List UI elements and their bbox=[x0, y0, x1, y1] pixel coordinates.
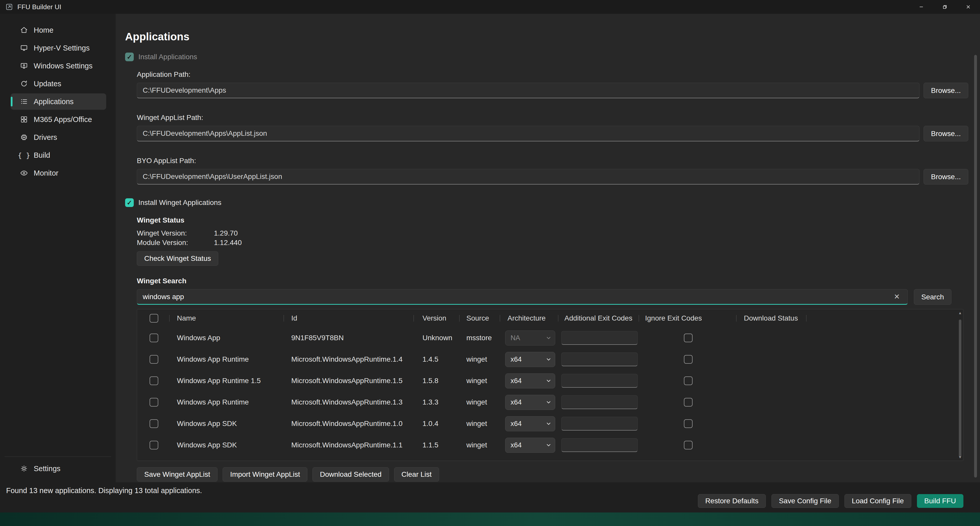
row-select-checkbox[interactable] bbox=[150, 355, 158, 364]
app-name: Windows App Runtime bbox=[170, 349, 284, 370]
winget-applist-path-value: C:\FFUDevelopment\Apps\AppList.json bbox=[143, 129, 267, 138]
architecture-select[interactable]: x64 bbox=[505, 373, 555, 388]
sidebar-item-applications[interactable]: Applications bbox=[11, 94, 106, 110]
architecture-select[interactable]: x64 bbox=[505, 438, 555, 453]
winget-search-row: windows app ✕ Search bbox=[137, 289, 980, 305]
home-icon bbox=[20, 26, 28, 34]
row-select-checkbox[interactable] bbox=[150, 398, 158, 407]
sidebar-item-monitor[interactable]: Monitor bbox=[11, 165, 106, 181]
save-winget-applist-button[interactable]: Save Winget AppList bbox=[137, 467, 218, 482]
row-select-checkbox[interactable] bbox=[150, 441, 158, 450]
sidebar-item-label: Monitor bbox=[34, 169, 59, 177]
winget-version-value: 1.29.70 bbox=[214, 229, 238, 238]
install-winget-applications-checkbox[interactable] bbox=[125, 198, 134, 207]
additional-exit-codes-input[interactable] bbox=[562, 395, 638, 409]
app-id: Microsoft.WindowsAppRuntime.1.3 bbox=[284, 391, 414, 413]
application-path-browse-button[interactable]: Browse... bbox=[924, 83, 968, 98]
restore-defaults-button[interactable]: Restore Defaults bbox=[698, 494, 766, 508]
scroll-up-arrow[interactable]: ▲ bbox=[958, 311, 962, 315]
sidebar-item-windows-settings[interactable]: Windows Settings bbox=[11, 58, 106, 74]
table-row: Windows App RuntimeMicrosoft.WindowsAppR… bbox=[137, 391, 963, 413]
byo-applist-path-input[interactable]: C:\FFUDevelopment\Apps\UserAppList.json bbox=[137, 169, 920, 184]
table-scrollbar[interactable]: ▲ ▼ bbox=[958, 311, 962, 459]
load-config-file-button[interactable]: Load Config File bbox=[845, 494, 911, 508]
titlebar-left: FFU Builder UI bbox=[0, 3, 61, 11]
sidebar-item-drivers[interactable]: Drivers bbox=[11, 129, 106, 145]
close-button[interactable] bbox=[956, 0, 980, 14]
winget-applist-path-label: Winget AppList Path: bbox=[137, 114, 980, 122]
additional-exit-codes-input[interactable] bbox=[562, 417, 638, 431]
sidebar-divider bbox=[5, 456, 111, 457]
architecture-select[interactable]: x64 bbox=[505, 416, 555, 431]
row-select-checkbox[interactable] bbox=[150, 377, 158, 385]
architecture-select[interactable] bbox=[505, 461, 555, 461]
application-path-group: Application Path: C:\FFUDevelopment\Apps… bbox=[137, 70, 980, 98]
byo-applist-path-value: C:\FFUDevelopment\Apps\UserAppList.json bbox=[143, 173, 282, 181]
app-id: Microsoft.WindowsAppRuntime.1.1 bbox=[284, 434, 414, 456]
additional-exit-codes-input[interactable] bbox=[562, 353, 638, 366]
application-path-input[interactable]: C:\FFUDevelopment\Apps bbox=[137, 83, 920, 98]
additional-exit-codes-input[interactable] bbox=[562, 438, 638, 452]
sidebar-item-label: Updates bbox=[34, 79, 61, 88]
gear-icon bbox=[20, 464, 28, 473]
clear-list-button[interactable]: Clear List bbox=[394, 467, 439, 482]
clear-search-icon[interactable]: ✕ bbox=[892, 292, 902, 301]
scroll-down-arrow[interactable]: ▼ bbox=[958, 455, 962, 459]
table-row: Windows App RuntimeMicrosoft.WindowsAppR… bbox=[137, 349, 963, 370]
winget-status-title: Winget Status bbox=[137, 216, 980, 224]
sidebar-item-label: Windows Settings bbox=[34, 62, 93, 70]
byo-applist-path-browse-button[interactable]: Browse... bbox=[924, 169, 968, 184]
build-ffu-button[interactable]: Build FFU bbox=[917, 494, 963, 508]
sidebar-item-m365-apps-office[interactable]: M365 Apps/Office bbox=[11, 111, 106, 128]
ignore-exit-codes-checkbox[interactable] bbox=[684, 377, 692, 385]
select-all-checkbox[interactable] bbox=[150, 314, 158, 323]
app-name: Windows App Runtime bbox=[170, 391, 284, 413]
ignore-exit-codes-checkbox[interactable] bbox=[684, 398, 692, 407]
table-scrollbar-thumb[interactable] bbox=[959, 319, 961, 457]
download-status bbox=[737, 327, 807, 349]
install-winget-applications-checkbox-row[interactable]: Install Winget Applications bbox=[125, 198, 980, 207]
check-winget-status-button[interactable]: Check Winget Status bbox=[137, 251, 218, 266]
main-scrollbar[interactable] bbox=[974, 55, 977, 478]
hyperv-monitor-icon bbox=[20, 44, 28, 52]
table-header-row: NameIdVersionSourceArchitectureAdditiona… bbox=[137, 309, 963, 327]
app-source: winget bbox=[460, 434, 500, 456]
winget-search-input[interactable]: windows app ✕ bbox=[137, 289, 908, 305]
table-row: Windows App9N1F85V9T8BNUnknownmsstoreNA bbox=[137, 327, 963, 349]
row-select-checkbox[interactable] bbox=[150, 334, 158, 342]
sidebar-item-settings[interactable]: Settings bbox=[11, 461, 106, 477]
winget-applist-path-input[interactable]: C:\FFUDevelopment\Apps\AppList.json bbox=[137, 126, 920, 141]
app-id: Microsoft.WindowsAppRuntime.1.4 bbox=[284, 349, 414, 370]
ignore-exit-codes-checkbox[interactable] bbox=[684, 355, 692, 364]
additional-exit-codes-input[interactable] bbox=[562, 331, 638, 345]
sidebar-item-updates[interactable]: Updates bbox=[11, 76, 106, 92]
app-name: Windows App bbox=[170, 327, 284, 349]
app-version: 1.1.5 bbox=[414, 434, 460, 456]
download-status bbox=[737, 391, 807, 413]
ignore-exit-codes-checkbox[interactable] bbox=[684, 334, 692, 342]
selection-pill bbox=[11, 97, 13, 106]
architecture-select[interactable]: x64 bbox=[505, 352, 555, 367]
search-button[interactable]: Search bbox=[914, 289, 951, 305]
row-select-checkbox[interactable] bbox=[150, 420, 158, 428]
maximize-restore-button[interactable] bbox=[933, 0, 956, 14]
page-title: Applications bbox=[125, 31, 980, 43]
sidebar-item-hyper-v-settings[interactable]: Hyper-V Settings bbox=[11, 40, 106, 56]
import-winget-applist-button[interactable]: Import Winget AppList bbox=[223, 467, 307, 482]
architecture-select[interactable]: x64 bbox=[505, 395, 555, 410]
titlebar: FFU Builder UI bbox=[0, 0, 980, 14]
save-config-file-button[interactable]: Save Config File bbox=[772, 494, 838, 508]
app-source: msstore bbox=[460, 327, 500, 349]
ignore-exit-codes-checkbox[interactable] bbox=[684, 441, 692, 450]
ignore-exit-codes-checkbox[interactable] bbox=[684, 420, 692, 428]
minimize-button[interactable] bbox=[910, 0, 933, 14]
app-id: 9N1F85V9T8BN bbox=[284, 327, 414, 349]
sidebar-item-home[interactable]: Home bbox=[11, 22, 106, 38]
sidebar-item-label: Build bbox=[34, 151, 50, 159]
app-icon bbox=[5, 3, 13, 11]
sidebar-item-build[interactable]: { }Build bbox=[11, 147, 106, 163]
download-selected-button[interactable]: Download Selected bbox=[312, 467, 389, 482]
additional-exit-codes-input[interactable] bbox=[562, 374, 638, 388]
winget-applist-path-browse-button[interactable]: Browse... bbox=[924, 126, 968, 141]
install-applications-checkbox bbox=[125, 52, 134, 61]
